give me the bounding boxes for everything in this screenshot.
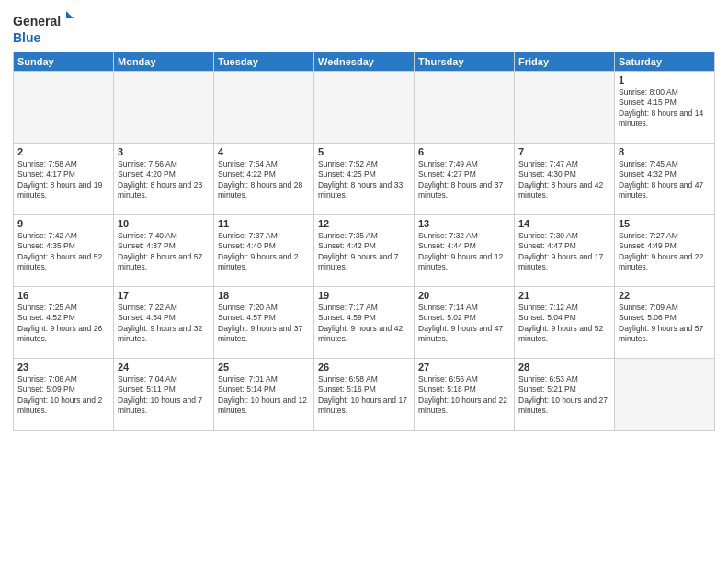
calendar-cell: 5Sunrise: 7:52 AM Sunset: 4:25 PM Daylig… [314, 144, 415, 215]
day-number: 28 [518, 362, 610, 373]
day-number: 24 [118, 362, 210, 373]
calendar-cell: 14Sunrise: 7:30 AM Sunset: 4:47 PM Dayli… [515, 215, 615, 287]
cell-info: Sunrise: 7:25 AM Sunset: 4:52 PM Dayligh… [17, 303, 109, 345]
svg-text:General: General [13, 14, 61, 29]
calendar-week-3: 16Sunrise: 7:25 AM Sunset: 4:52 PM Dayli… [14, 287, 715, 359]
day-number: 15 [619, 218, 711, 229]
calendar-cell: 6Sunrise: 7:49 AM Sunset: 4:27 PM Daylig… [415, 144, 515, 215]
cell-info: Sunrise: 7:35 AM Sunset: 4:42 PM Dayligh… [318, 231, 410, 273]
calendar-cell: 18Sunrise: 7:20 AM Sunset: 4:57 PM Dayli… [214, 287, 314, 359]
day-number: 20 [418, 290, 510, 301]
calendar-dow-monday: Monday [114, 52, 214, 72]
calendar-week-1: 2Sunrise: 7:58 AM Sunset: 4:17 PM Daylig… [14, 144, 715, 215]
cell-info: Sunrise: 7:40 AM Sunset: 4:37 PM Dayligh… [118, 231, 210, 273]
day-number: 19 [318, 290, 410, 301]
calendar-dow-tuesday: Tuesday [214, 52, 314, 72]
calendar-cell [114, 72, 214, 144]
cell-info: Sunrise: 7:14 AM Sunset: 5:02 PM Dayligh… [418, 303, 510, 345]
calendar-cell: 22Sunrise: 7:09 AM Sunset: 5:06 PM Dayli… [615, 287, 715, 359]
calendar-cell [214, 72, 314, 144]
svg-marker-1 [66, 11, 74, 18]
calendar-cell: 26Sunrise: 6:58 AM Sunset: 5:16 PM Dayli… [314, 359, 415, 431]
calendar-cell [14, 72, 114, 144]
logo: General Blue [13, 9, 77, 46]
cell-info: Sunrise: 7:20 AM Sunset: 4:57 PM Dayligh… [218, 303, 310, 345]
cell-info: Sunrise: 7:12 AM Sunset: 5:04 PM Dayligh… [518, 303, 610, 345]
cell-info: Sunrise: 7:47 AM Sunset: 4:30 PM Dayligh… [518, 159, 610, 201]
day-number: 21 [518, 290, 610, 301]
logo-svg: General Blue [13, 9, 77, 46]
calendar-cell: 13Sunrise: 7:32 AM Sunset: 4:44 PM Dayli… [415, 215, 515, 287]
calendar-cell: 25Sunrise: 7:01 AM Sunset: 5:14 PM Dayli… [214, 359, 314, 431]
day-number: 17 [118, 290, 210, 301]
calendar-week-2: 9Sunrise: 7:42 AM Sunset: 4:35 PM Daylig… [14, 215, 715, 287]
calendar-cell [415, 72, 515, 144]
calendar-cell: 2Sunrise: 7:58 AM Sunset: 4:17 PM Daylig… [14, 144, 114, 215]
cell-info: Sunrise: 7:06 AM Sunset: 5:09 PM Dayligh… [17, 374, 109, 417]
calendar-cell: 3Sunrise: 7:56 AM Sunset: 4:20 PM Daylig… [114, 144, 214, 215]
calendar-cell: 8Sunrise: 7:45 AM Sunset: 4:32 PM Daylig… [615, 144, 715, 215]
cell-info: Sunrise: 7:49 AM Sunset: 4:27 PM Dayligh… [418, 159, 510, 201]
day-number: 2 [17, 146, 109, 157]
calendar-cell: 1Sunrise: 8:00 AM Sunset: 4:15 PM Daylig… [615, 72, 715, 144]
calendar-cell: 15Sunrise: 7:27 AM Sunset: 4:49 PM Dayli… [615, 215, 715, 287]
calendar-cell: 12Sunrise: 7:35 AM Sunset: 4:42 PM Dayli… [314, 215, 415, 287]
day-number: 4 [218, 146, 310, 157]
calendar-dow-thursday: Thursday [415, 52, 515, 72]
day-number: 3 [118, 146, 210, 157]
cell-info: Sunrise: 7:17 AM Sunset: 4:59 PM Dayligh… [318, 303, 410, 345]
cell-info: Sunrise: 7:52 AM Sunset: 4:25 PM Dayligh… [318, 159, 410, 201]
calendar-cell: 4Sunrise: 7:54 AM Sunset: 4:22 PM Daylig… [214, 144, 314, 215]
calendar-dow-saturday: Saturday [615, 52, 715, 72]
cell-info: Sunrise: 7:32 AM Sunset: 4:44 PM Dayligh… [418, 231, 510, 273]
day-number: 6 [418, 146, 510, 157]
calendar-cell: 7Sunrise: 7:47 AM Sunset: 4:30 PM Daylig… [515, 144, 615, 215]
cell-info: Sunrise: 7:42 AM Sunset: 4:35 PM Dayligh… [17, 231, 109, 273]
calendar-cell: 16Sunrise: 7:25 AM Sunset: 4:52 PM Dayli… [14, 287, 114, 359]
cell-info: Sunrise: 7:04 AM Sunset: 5:11 PM Dayligh… [118, 374, 210, 417]
day-number: 18 [218, 290, 310, 301]
day-number: 5 [318, 146, 410, 157]
day-number: 22 [619, 290, 711, 301]
page-header: General Blue [13, 9, 715, 46]
cell-info: Sunrise: 7:30 AM Sunset: 4:47 PM Dayligh… [518, 231, 610, 273]
calendar-table: SundayMondayTuesdayWednesdayThursdayFrid… [13, 52, 715, 431]
calendar-dow-wednesday: Wednesday [314, 52, 415, 72]
day-number: 27 [418, 362, 510, 373]
calendar-cell: 28Sunrise: 6:53 AM Sunset: 5:21 PM Dayli… [515, 359, 615, 431]
day-number: 23 [17, 362, 109, 373]
cell-info: Sunrise: 6:58 AM Sunset: 5:16 PM Dayligh… [318, 374, 410, 417]
cell-info: Sunrise: 6:56 AM Sunset: 5:18 PM Dayligh… [418, 374, 510, 417]
calendar-cell [615, 359, 715, 431]
calendar-cell: 27Sunrise: 6:56 AM Sunset: 5:18 PM Dayli… [415, 359, 515, 431]
calendar-cell: 23Sunrise: 7:06 AM Sunset: 5:09 PM Dayli… [14, 359, 114, 431]
calendar-cell: 9Sunrise: 7:42 AM Sunset: 4:35 PM Daylig… [14, 215, 114, 287]
calendar-week-0: 1Sunrise: 8:00 AM Sunset: 4:15 PM Daylig… [14, 72, 715, 144]
cell-info: Sunrise: 7:37 AM Sunset: 4:40 PM Dayligh… [218, 231, 310, 273]
calendar-cell: 17Sunrise: 7:22 AM Sunset: 4:54 PM Dayli… [114, 287, 214, 359]
cell-info: Sunrise: 8:00 AM Sunset: 4:15 PM Dayligh… [619, 87, 711, 130]
calendar-cell [314, 72, 415, 144]
day-number: 8 [619, 146, 711, 157]
cell-info: Sunrise: 7:56 AM Sunset: 4:20 PM Dayligh… [118, 159, 210, 201]
day-number: 11 [218, 218, 310, 229]
day-number: 25 [218, 362, 310, 373]
calendar-cell [515, 72, 615, 144]
day-number: 13 [418, 218, 510, 229]
day-number: 14 [518, 218, 610, 229]
calendar-dow-sunday: Sunday [14, 52, 114, 72]
cell-info: Sunrise: 7:58 AM Sunset: 4:17 PM Dayligh… [17, 159, 109, 201]
calendar-cell: 10Sunrise: 7:40 AM Sunset: 4:37 PM Dayli… [114, 215, 214, 287]
cell-info: Sunrise: 6:53 AM Sunset: 5:21 PM Dayligh… [518, 374, 610, 417]
calendar-header-row: SundayMondayTuesdayWednesdayThursdayFrid… [14, 52, 715, 72]
cell-info: Sunrise: 7:27 AM Sunset: 4:49 PM Dayligh… [619, 231, 711, 273]
svg-text:Blue: Blue [13, 30, 41, 45]
cell-info: Sunrise: 7:09 AM Sunset: 5:06 PM Dayligh… [619, 303, 711, 345]
day-number: 12 [318, 218, 410, 229]
calendar-cell: 20Sunrise: 7:14 AM Sunset: 5:02 PM Dayli… [415, 287, 515, 359]
calendar-cell: 24Sunrise: 7:04 AM Sunset: 5:11 PM Dayli… [114, 359, 214, 431]
day-number: 26 [318, 362, 410, 373]
cell-info: Sunrise: 7:54 AM Sunset: 4:22 PM Dayligh… [218, 159, 310, 201]
cell-info: Sunrise: 7:45 AM Sunset: 4:32 PM Dayligh… [619, 159, 711, 201]
day-number: 7 [518, 146, 610, 157]
